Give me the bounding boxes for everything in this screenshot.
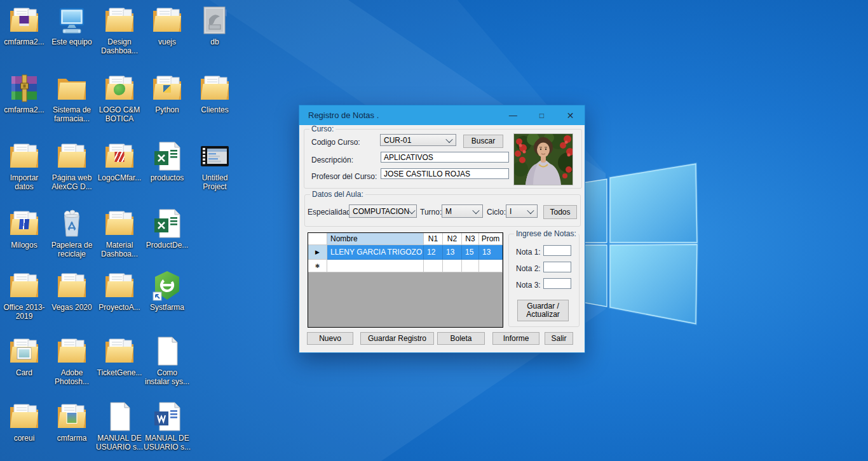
salir-button[interactable]: Salir (545, 332, 573, 345)
desktop-icon-cmfarma[interactable]: cmfarma (48, 401, 95, 443)
grid-header-nombre[interactable]: Nombre (327, 233, 424, 245)
buscar-button[interactable]: Buscar (463, 135, 503, 148)
blue-files-emblem (19, 219, 29, 229)
nota3-input[interactable] (543, 278, 571, 289)
desktop-icon-logo-cm-botica[interactable]: LOGO C&M BOTICA (96, 73, 143, 123)
aula-group-label: Datos del Aula: (310, 190, 365, 198)
ciclo-value: I (510, 207, 512, 216)
nota1-input[interactable] (543, 245, 571, 256)
desktop-icon-proyectoa[interactable]: ProyectoA... (96, 271, 143, 312)
nuevo-button[interactable]: Nuevo (307, 332, 353, 345)
icon-label: Sistema de farmacia... (48, 105, 95, 123)
grid-cell-n3[interactable]: 15 (462, 245, 479, 260)
icon-label: productos (144, 173, 191, 182)
desktop-icon-vegas-2020[interactable]: Vegas 2020 (48, 271, 95, 312)
desktop-icon-coreui[interactable]: coreui (1, 401, 48, 443)
desktop-icon-card[interactable]: Card (1, 336, 48, 377)
codigo-curso-value: CUR-01 (384, 136, 411, 145)
ciclo-label: Ciclo: (487, 208, 506, 216)
folder-with-document-icon (56, 271, 88, 301)
folder-with-documents-icon (104, 336, 135, 366)
grid-row-selector[interactable]: ▶ (308, 245, 327, 260)
todos-button[interactable]: Todos (543, 205, 577, 219)
window-titlebar[interactable]: Registro de Notas . — □ ✕ (299, 105, 585, 125)
desktop-icon-sistema-de-farmacia[interactable]: Sistema de farmacia... (48, 73, 95, 123)
folder-with-documents-icon (56, 336, 88, 366)
icon-label: Python (144, 105, 191, 114)
grid-new-cell-n3[interactable] (462, 260, 479, 272)
grid-header-n1[interactable]: N1 (424, 233, 443, 245)
icon-label: LogoCMfar... (96, 173, 143, 182)
codigo-curso-combobox[interactable]: CUR-01 (380, 134, 456, 146)
boleta-button[interactable]: Boleta (437, 332, 485, 345)
maximize-button[interactable]: □ (527, 105, 556, 125)
turno-value: M (445, 207, 452, 216)
grid-corner-header[interactable] (308, 233, 327, 245)
ciclo-combobox[interactable]: I (506, 204, 538, 218)
especialidad-combobox[interactable]: COMPUTACION (349, 204, 417, 218)
desktop-icon-milogos[interactable]: Milogos (1, 208, 48, 250)
maximize-icon: □ (539, 111, 544, 120)
informe-button[interactable]: Informe (492, 332, 539, 345)
desktop-icon-cmfarma2-1[interactable]: cmfarma2... (1, 5, 48, 46)
minimize-button[interactable]: — (499, 105, 527, 125)
this-pc-icon (56, 5, 88, 36)
registro-de-notas-window: Registro de Notas . — □ ✕ Curso: Codigo … (299, 105, 585, 353)
grid-new-row-selector[interactable]: ✱ (308, 260, 327, 272)
desktop-icon-untitled-project[interactable]: Untitled Project (191, 141, 238, 191)
close-button[interactable]: ✕ (556, 105, 585, 125)
icon-label: cmfarma2... (1, 37, 48, 46)
windows-desktop: { "colors":{"titlebar":"#2EA2E5","select… (0, 0, 868, 461)
profesor-input[interactable] (381, 168, 509, 179)
desktop-icon-systfarma[interactable]: Systfarma (144, 271, 191, 312)
folder-with-photo-icon (8, 336, 40, 366)
desktop-icon-papelera-de-reciclaje[interactable]: Papelera de reciclaje (48, 208, 95, 258)
folder-with-documents-icon (104, 5, 135, 36)
grid-header-n3[interactable]: N3 (462, 233, 479, 245)
desktop-icon-design-dashboard[interactable]: Design Dashboa... (96, 5, 143, 55)
desktop-icon-manual-de-usuario-2[interactable]: MANUAL DE USUARIO s... (144, 401, 191, 451)
descripcion-input[interactable] (381, 152, 509, 163)
grid-new-cell-prom[interactable] (479, 260, 503, 272)
new-row-asterisk-icon: ✱ (315, 263, 320, 269)
desktop-icon-vuejs[interactable]: vuejs (144, 5, 191, 46)
desktop-icon-python[interactable]: Python (144, 73, 191, 114)
turno-combobox[interactable]: M (442, 204, 483, 218)
desktop-icon-office-2013-2019[interactable]: Office 2013-2019 (1, 271, 48, 321)
desktop-icon-manual-de-usuario-1[interactable]: MANUAL DE USUARIO s... (96, 401, 143, 451)
desktop-icon-adobe-photoshop[interactable]: Adobe Photosh... (48, 336, 95, 386)
desktop-icon-material-dashboard[interactable]: Material Dashboa... (96, 208, 143, 258)
grid-cell-n1[interactable]: 12 (424, 245, 443, 260)
guardar-actualizar-button[interactable]: Guardar / Actualizar (517, 300, 569, 321)
grid-new-cell-n2[interactable] (443, 260, 462, 272)
grid-new-cell-n1[interactable] (424, 260, 443, 272)
text-document-icon (104, 401, 135, 432)
desktop-icon-productos[interactable]: productos (144, 141, 191, 182)
guardar-registro-button[interactable]: Guardar Registro (360, 332, 434, 345)
close-icon: ✕ (567, 110, 574, 121)
icon-label: ProductDe... (144, 241, 191, 250)
grid-new-cell-nombre[interactable] (327, 260, 424, 272)
grid-header-prom[interactable]: Prom (479, 233, 503, 245)
grid-cell-n2[interactable]: 13 (443, 245, 462, 260)
icon-label: Vegas 2020 (48, 303, 95, 312)
desktop-icon-pagina-web-alexcg[interactable]: Página web AlexCG D... (48, 141, 95, 191)
desktop-icon-este-equipo[interactable]: Este equipo (48, 5, 95, 46)
icon-label: Systfarma (144, 303, 191, 312)
nota2-input[interactable] (543, 262, 571, 272)
grid-cell-prom[interactable]: 13 (479, 245, 503, 260)
excel-file-icon (151, 141, 183, 171)
desktop-icon-como-instalar-sys[interactable]: Como instalar sys... (144, 336, 191, 386)
desktop-icon-logocmfar[interactable]: LogoCMfar... (96, 141, 143, 182)
chevron-down-icon (408, 206, 415, 213)
grid-header-n2[interactable]: N2 (443, 233, 462, 245)
profesor-photo (513, 133, 573, 185)
desktop-icon-clientes[interactable]: Clientes (191, 73, 238, 114)
icon-label: Importar datos (1, 173, 48, 191)
desktop-icon-importar-datos[interactable]: Importar datos (1, 141, 48, 191)
desktop-icon-db[interactable]: db (191, 5, 238, 46)
desktop-icon-productde[interactable]: ProductDe... (144, 208, 191, 250)
desktop-icon-cmfarma2-2[interactable]: cmfarma2... (1, 73, 48, 114)
desktop-icon-ticketgene[interactable]: TicketGene... (96, 336, 143, 377)
grid-cell-nombre[interactable]: LLENY GARCIA TRIGOZO (327, 245, 424, 260)
